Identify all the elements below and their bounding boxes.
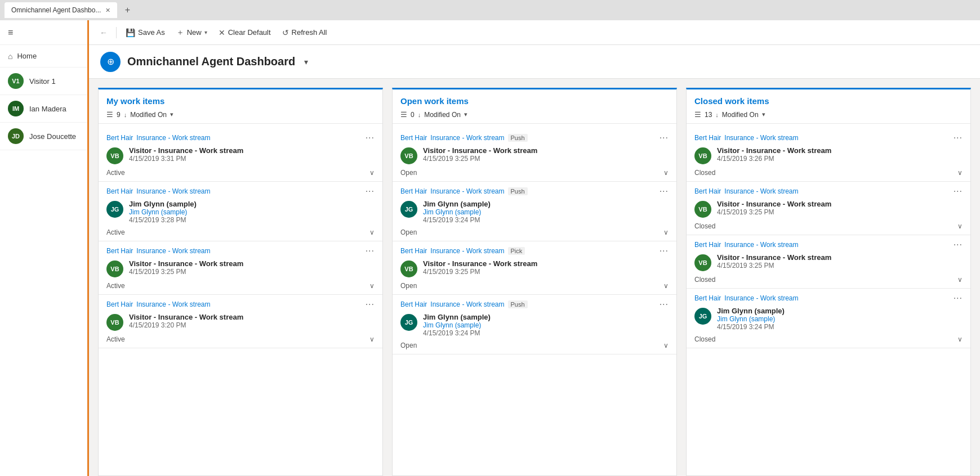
card-stream[interactable]: Insurance - Work stream <box>724 241 798 249</box>
card-status: Active <box>106 335 125 343</box>
card-footer: Open ∨ <box>400 167 669 179</box>
page-title-chevron-icon[interactable]: ▾ <box>304 57 308 66</box>
page-header: ⊕ Omnichannel Agent Dashboard ▾ <box>89 45 980 79</box>
card-title: Visitor - Insurance - Work stream <box>129 259 375 268</box>
card-header-left: Bert Hair Insurance - Work stream <box>106 247 211 255</box>
card-date: 4/15/2019 3:28 PM <box>129 216 375 224</box>
sort-field: Modified On <box>722 111 759 119</box>
card-more-button[interactable]: ··· <box>366 133 375 143</box>
swimlane-open-work: Open work items ☰ 0 ↓ Modified On ▾ Bert… <box>392 88 677 476</box>
card-more-button[interactable]: ··· <box>366 186 375 196</box>
sort-count: 9 <box>117 111 121 119</box>
sidebar-user-v1[interactable]: V1 Visitor 1 <box>0 68 87 95</box>
new-button[interactable]: ＋ New ▾ <box>172 24 212 41</box>
card-more-button[interactable]: ··· <box>366 299 375 309</box>
card-more-button[interactable]: ··· <box>954 240 963 250</box>
card-body: JG Jim Glynn (sample) Jim Glynn (sample)… <box>106 200 375 224</box>
sidebar-item-home[interactable]: ⌂ Home <box>0 45 87 68</box>
card-stream[interactable]: Insurance - Work stream <box>136 300 210 308</box>
card-agent[interactable]: Bert Hair <box>106 187 133 195</box>
card-stream[interactable]: Insurance - Work stream <box>136 247 210 255</box>
swimlane-body[interactable]: Bert Hair Insurance - Work stream Push ·… <box>393 124 676 475</box>
list-icon: ☰ <box>106 110 113 119</box>
card-agent[interactable]: Bert Hair <box>694 187 721 195</box>
card-stream[interactable]: Insurance - Work stream <box>430 300 504 308</box>
dashboard: My work items ☰ 9 ↓ Modified On ▾ Bert H… <box>89 79 980 476</box>
swimlane-header: Closed work items ☰ 13 ↓ Modified On ▾ <box>687 89 970 124</box>
card-stream[interactable]: Insurance - Work stream <box>136 187 210 195</box>
card-expand-icon[interactable]: ∨ <box>957 222 963 230</box>
card-expand-icon[interactable]: ∨ <box>663 342 669 349</box>
card-expand-icon[interactable]: ∨ <box>957 335 963 343</box>
clear-default-button[interactable]: ✕ Clear Default <box>214 24 275 41</box>
card-stream[interactable]: Insurance - Work stream <box>724 134 798 142</box>
card-agent[interactable]: Bert Hair <box>106 134 133 142</box>
swimlane-header: Open work items ☰ 0 ↓ Modified On ▾ <box>393 89 676 124</box>
back-button[interactable]: ← <box>96 25 112 41</box>
card-expand-icon[interactable]: ∨ <box>663 169 669 177</box>
card-body: VB Visitor - Insurance - Work stream 4/1… <box>106 259 375 277</box>
work-card: Bert Hair Insurance - Work stream Push ·… <box>393 295 676 354</box>
card-stream[interactable]: Insurance - Work stream <box>430 247 504 255</box>
card-expand-icon[interactable]: ∨ <box>663 228 669 236</box>
card-expand-icon[interactable]: ∨ <box>369 282 375 290</box>
card-stream[interactable]: Insurance - Work stream <box>430 187 504 195</box>
card-header: Bert Hair Insurance - Work stream ··· <box>694 240 963 250</box>
swimlane-my-work: My work items ☰ 9 ↓ Modified On ▾ Bert H… <box>98 88 383 476</box>
card-header-left: Bert Hair Insurance - Work stream Pick <box>400 247 525 255</box>
sidebar-hamburger-button[interactable]: ≡ <box>0 20 87 45</box>
list-icon: ☰ <box>694 110 701 119</box>
card-link[interactable]: Jim Glynn (sample) <box>717 315 963 323</box>
card-expand-icon[interactable]: ∨ <box>369 228 375 236</box>
card-info: Jim Glynn (sample) Jim Glynn (sample) 4/… <box>423 313 669 337</box>
card-link[interactable]: Jim Glynn (sample) <box>423 321 669 329</box>
card-more-button[interactable]: ··· <box>954 133 963 143</box>
card-more-button[interactable]: ··· <box>660 186 669 196</box>
card-title: Visitor - Insurance - Work stream <box>717 253 963 262</box>
card-agent[interactable]: Bert Hair <box>400 247 427 255</box>
card-expand-icon[interactable]: ∨ <box>369 335 375 343</box>
sidebar-user-name: Jose Doucette <box>29 132 76 141</box>
card-agent[interactable]: Bert Hair <box>400 187 427 195</box>
card-more-button[interactable]: ··· <box>954 186 963 196</box>
card-more-button[interactable]: ··· <box>366 246 375 256</box>
card-status: Open <box>400 228 417 236</box>
card-date: 4/15/2019 3:25 PM <box>129 268 375 276</box>
card-footer: Closed ∨ <box>694 273 963 286</box>
active-tab[interactable]: Omnichannel Agent Dashbo... ✕ <box>5 2 117 18</box>
refresh-all-button[interactable]: ↺ Refresh All <box>278 24 332 41</box>
new-tab-button[interactable]: + <box>119 2 135 18</box>
card-agent[interactable]: Bert Hair <box>106 300 133 308</box>
swimlane-body[interactable]: Bert Hair Insurance - Work stream ··· VB… <box>687 124 970 475</box>
tab-close-icon[interactable]: ✕ <box>105 7 110 14</box>
card-stream[interactable]: Insurance - Work stream <box>724 187 798 195</box>
card-expand-icon[interactable]: ∨ <box>663 282 669 290</box>
app-container: ≡ ⌂ Home V1 Visitor 1 IM Ian Madera JD J… <box>0 20 980 476</box>
swimlane-meta: ☰ 9 ↓ Modified On ▾ <box>106 110 375 119</box>
save-as-button[interactable]: 💾 Save As <box>121 24 170 41</box>
card-expand-icon[interactable]: ∨ <box>957 276 963 284</box>
card-stream[interactable]: Insurance - Work stream <box>136 134 210 142</box>
card-link[interactable]: Jim Glynn (sample) <box>129 208 375 216</box>
sidebar-user-jd[interactable]: JD Jose Doucette <box>0 123 87 150</box>
card-link[interactable]: Jim Glynn (sample) <box>423 208 669 216</box>
card-title: Visitor - Insurance - Work stream <box>717 200 963 208</box>
card-agent[interactable]: Bert Hair <box>106 247 133 255</box>
card-more-button[interactable]: ··· <box>954 293 963 303</box>
swimlane-body[interactable]: Bert Hair Insurance - Work stream ··· VB… <box>99 124 382 475</box>
card-more-button[interactable]: ··· <box>660 133 669 143</box>
card-more-button[interactable]: ··· <box>660 299 669 309</box>
save-as-label: Save As <box>138 28 165 37</box>
card-stream[interactable]: Insurance - Work stream <box>430 134 504 142</box>
card-stream[interactable]: Insurance - Work stream <box>724 294 798 302</box>
card-agent[interactable]: Bert Hair <box>694 241 721 249</box>
card-expand-icon[interactable]: ∨ <box>957 169 963 177</box>
card-expand-icon[interactable]: ∨ <box>369 169 375 177</box>
card-agent[interactable]: Bert Hair <box>400 300 427 308</box>
card-more-button[interactable]: ··· <box>660 246 669 256</box>
card-agent[interactable]: Bert Hair <box>400 134 427 142</box>
card-header: Bert Hair Insurance - Work stream Push ·… <box>400 186 669 196</box>
card-agent[interactable]: Bert Hair <box>694 134 721 142</box>
sidebar-user-im[interactable]: IM Ian Madera <box>0 95 87 123</box>
card-agent[interactable]: Bert Hair <box>694 294 721 302</box>
